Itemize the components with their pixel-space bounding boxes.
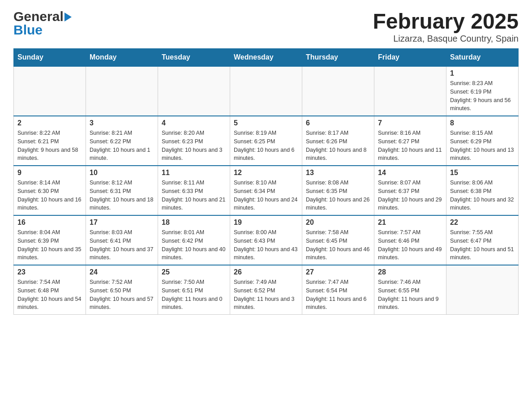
- calendar-cell: 6Sunrise: 8:17 AM Sunset: 6:26 PM Daylig…: [302, 116, 374, 166]
- day-info: Sunrise: 8:03 AM Sunset: 6:41 PM Dayligh…: [90, 228, 154, 262]
- calendar-cell: [14, 66, 86, 116]
- logo: General Blue: [13, 9, 72, 38]
- day-number: 15: [450, 169, 515, 177]
- day-number: 2: [17, 119, 82, 127]
- day-info: Sunrise: 8:10 AM Sunset: 6:34 PM Dayligh…: [234, 179, 298, 212]
- calendar-cell: 9Sunrise: 8:14 AM Sunset: 6:30 PM Daylig…: [14, 166, 86, 215]
- day-number: 16: [17, 218, 82, 227]
- day-info: Sunrise: 7:58 AM Sunset: 6:45 PM Dayligh…: [306, 228, 370, 262]
- day-info: Sunrise: 8:15 AM Sunset: 6:29 PM Dayligh…: [450, 129, 515, 163]
- calendar-table: Sunday Monday Tuesday Wednesday Thursday…: [13, 48, 519, 315]
- calendar-cell: [230, 66, 302, 116]
- day-info: Sunrise: 8:14 AM Sunset: 6:30 PM Dayligh…: [17, 179, 82, 212]
- day-info: Sunrise: 8:21 AM Sunset: 6:22 PM Dayligh…: [90, 129, 154, 163]
- logo-chevron-icon: [64, 13, 72, 21]
- day-info: Sunrise: 8:20 AM Sunset: 6:23 PM Dayligh…: [162, 129, 226, 163]
- logo-general-text: General: [13, 9, 64, 24]
- day-number: 20: [306, 218, 370, 227]
- day-number: 10: [90, 169, 154, 177]
- day-number: 8: [450, 119, 515, 127]
- day-info: Sunrise: 8:23 AM Sunset: 6:19 PM Dayligh…: [450, 79, 515, 113]
- calendar-week-row: 9Sunrise: 8:14 AM Sunset: 6:30 PM Daylig…: [14, 166, 519, 215]
- calendar-week-row: 2Sunrise: 8:22 AM Sunset: 6:21 PM Daylig…: [14, 116, 519, 166]
- logo-blue-text: Blue: [13, 22, 43, 38]
- day-number: 6: [306, 119, 370, 127]
- calendar-cell: 1Sunrise: 8:23 AM Sunset: 6:19 PM Daylig…: [446, 66, 519, 116]
- calendar-week-row: 23Sunrise: 7:54 AM Sunset: 6:48 PM Dayli…: [14, 265, 519, 315]
- calendar-cell: 16Sunrise: 8:04 AM Sunset: 6:39 PM Dayli…: [14, 215, 86, 265]
- calendar-cell: 10Sunrise: 8:12 AM Sunset: 6:31 PM Dayli…: [86, 166, 158, 215]
- day-number: 24: [90, 268, 154, 276]
- calendar-cell: 23Sunrise: 7:54 AM Sunset: 6:48 PM Dayli…: [14, 265, 86, 315]
- day-number: 23: [17, 268, 82, 276]
- day-number: 9: [17, 169, 82, 177]
- calendar-cell: 20Sunrise: 7:58 AM Sunset: 6:45 PM Dayli…: [302, 215, 374, 265]
- col-saturday: Saturday: [446, 49, 519, 67]
- calendar-cell: 2Sunrise: 8:22 AM Sunset: 6:21 PM Daylig…: [14, 116, 86, 166]
- day-info: Sunrise: 8:11 AM Sunset: 6:33 PM Dayligh…: [162, 179, 226, 212]
- calendar-header-row: Sunday Monday Tuesday Wednesday Thursday…: [14, 49, 519, 67]
- day-number: 1: [450, 69, 515, 77]
- day-info: Sunrise: 7:52 AM Sunset: 6:50 PM Dayligh…: [90, 278, 154, 312]
- col-monday: Monday: [86, 49, 158, 67]
- calendar-cell: 14Sunrise: 8:07 AM Sunset: 6:37 PM Dayli…: [374, 166, 446, 215]
- calendar-cell: 19Sunrise: 8:00 AM Sunset: 6:43 PM Dayli…: [230, 215, 302, 265]
- day-info: Sunrise: 7:54 AM Sunset: 6:48 PM Dayligh…: [17, 278, 82, 312]
- day-info: Sunrise: 8:22 AM Sunset: 6:21 PM Dayligh…: [17, 129, 82, 163]
- calendar-cell: 27Sunrise: 7:47 AM Sunset: 6:54 PM Dayli…: [302, 265, 374, 315]
- calendar-cell: 28Sunrise: 7:46 AM Sunset: 6:55 PM Dayli…: [374, 265, 446, 315]
- day-number: 18: [162, 218, 226, 227]
- calendar-cell: 24Sunrise: 7:52 AM Sunset: 6:50 PM Dayli…: [86, 265, 158, 315]
- calendar-cell: 18Sunrise: 8:01 AM Sunset: 6:42 PM Dayli…: [158, 215, 230, 265]
- calendar-week-row: 16Sunrise: 8:04 AM Sunset: 6:39 PM Dayli…: [14, 215, 519, 265]
- calendar-cell: [302, 66, 374, 116]
- day-number: 27: [306, 268, 370, 276]
- day-info: Sunrise: 8:19 AM Sunset: 6:25 PM Dayligh…: [234, 129, 298, 163]
- day-number: 14: [378, 169, 442, 177]
- day-info: Sunrise: 8:08 AM Sunset: 6:35 PM Dayligh…: [306, 179, 370, 212]
- day-info: Sunrise: 8:17 AM Sunset: 6:26 PM Dayligh…: [306, 129, 370, 163]
- calendar-cell: 22Sunrise: 7:55 AM Sunset: 6:47 PM Dayli…: [446, 215, 519, 265]
- col-tuesday: Tuesday: [158, 49, 230, 67]
- calendar-cell: 7Sunrise: 8:16 AM Sunset: 6:27 PM Daylig…: [374, 116, 446, 166]
- calendar-cell: 21Sunrise: 7:57 AM Sunset: 6:46 PM Dayli…: [374, 215, 446, 265]
- day-info: Sunrise: 8:06 AM Sunset: 6:38 PM Dayligh…: [450, 179, 515, 212]
- calendar-title: February 2025: [373, 9, 519, 34]
- day-number: 19: [234, 218, 298, 227]
- day-info: Sunrise: 8:01 AM Sunset: 6:42 PM Dayligh…: [162, 228, 226, 262]
- calendar-cell: 12Sunrise: 8:10 AM Sunset: 6:34 PM Dayli…: [230, 166, 302, 215]
- calendar-cell: 26Sunrise: 7:49 AM Sunset: 6:52 PM Dayli…: [230, 265, 302, 315]
- calendar-cell: 13Sunrise: 8:08 AM Sunset: 6:35 PM Dayli…: [302, 166, 374, 215]
- day-info: Sunrise: 7:57 AM Sunset: 6:46 PM Dayligh…: [378, 228, 442, 262]
- day-number: 12: [234, 169, 298, 177]
- day-number: 13: [306, 169, 370, 177]
- day-info: Sunrise: 8:12 AM Sunset: 6:31 PM Dayligh…: [90, 179, 154, 212]
- day-number: 22: [450, 218, 515, 227]
- day-number: 25: [162, 268, 226, 276]
- calendar-week-row: 1Sunrise: 8:23 AM Sunset: 6:19 PM Daylig…: [14, 66, 519, 116]
- calendar-cell: [86, 66, 158, 116]
- day-number: 26: [234, 268, 298, 276]
- page-header: General Blue February 2025 Lizarza, Basq…: [13, 9, 519, 44]
- day-number: 4: [162, 119, 226, 127]
- day-info: Sunrise: 8:07 AM Sunset: 6:37 PM Dayligh…: [378, 179, 442, 212]
- day-info: Sunrise: 8:16 AM Sunset: 6:27 PM Dayligh…: [378, 129, 442, 163]
- col-friday: Friday: [374, 49, 446, 67]
- calendar-cell: 4Sunrise: 8:20 AM Sunset: 6:23 PM Daylig…: [158, 116, 230, 166]
- calendar-cell: 5Sunrise: 8:19 AM Sunset: 6:25 PM Daylig…: [230, 116, 302, 166]
- day-number: 5: [234, 119, 298, 127]
- calendar-cell: 11Sunrise: 8:11 AM Sunset: 6:33 PM Dayli…: [158, 166, 230, 215]
- day-info: Sunrise: 7:55 AM Sunset: 6:47 PM Dayligh…: [450, 228, 515, 262]
- day-number: 3: [90, 119, 154, 127]
- title-block: February 2025 Lizarza, Basque Country, S…: [373, 9, 519, 44]
- col-wednesday: Wednesday: [230, 49, 302, 67]
- day-info: Sunrise: 7:49 AM Sunset: 6:52 PM Dayligh…: [234, 278, 298, 312]
- day-info: Sunrise: 7:47 AM Sunset: 6:54 PM Dayligh…: [306, 278, 370, 312]
- calendar-cell: [446, 265, 519, 315]
- col-thursday: Thursday: [302, 49, 374, 67]
- calendar-cell: 17Sunrise: 8:03 AM Sunset: 6:41 PM Dayli…: [86, 215, 158, 265]
- day-info: Sunrise: 7:50 AM Sunset: 6:51 PM Dayligh…: [162, 278, 226, 312]
- calendar-cell: [374, 66, 446, 116]
- calendar-cell: 3Sunrise: 8:21 AM Sunset: 6:22 PM Daylig…: [86, 116, 158, 166]
- day-number: 28: [378, 268, 442, 276]
